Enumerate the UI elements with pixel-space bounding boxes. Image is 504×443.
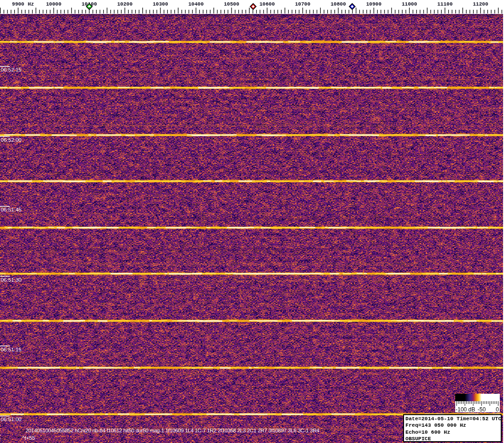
svg-text:10800: 10800	[331, 1, 346, 7]
svg-text:10700: 10700	[295, 1, 310, 7]
svg-text:10400: 10400	[188, 1, 204, 7]
svg-text:9900: 9900	[12, 1, 24, 7]
svg-text:Hz: Hz	[28, 1, 34, 7]
svg-text:Date=2014-05-10 Time=04:52 UTC: Date=2014-05-10 Time=04:52 UTC	[405, 416, 501, 422]
svg-text:10000: 10000	[46, 1, 61, 7]
svg-text:06:51:45: 06:51:45	[1, 207, 22, 212]
svg-text:Freq=143 050 000 Hz: Freq=143 050 000 Hz	[405, 423, 466, 428]
svg-text:10600: 10600	[259, 1, 275, 7]
svg-text:06:52:00: 06:52:00	[1, 137, 22, 143]
svg-text:20140510045055852 hCnt20 nb-84: 20140510045055852 hCnt20 nb-84 f10612 hi…	[26, 428, 320, 433]
svg-text:(: (	[0, 434, 1, 439]
svg-text:0: 0	[496, 406, 499, 412]
svg-text:10300: 10300	[153, 1, 168, 7]
svg-text:10200: 10200	[117, 1, 133, 7]
svg-text:06:51:15: 06:51:15	[1, 347, 22, 352]
svg-text:-50: -50	[477, 406, 486, 412]
svg-text:^t+55: ^t+55	[22, 435, 35, 441]
svg-text:-100 dB: -100 dB	[456, 406, 475, 412]
svg-text:06:51:30: 06:51:30	[1, 277, 22, 283]
svg-text:10900: 10900	[366, 1, 381, 7]
svg-text:06:51:00: 06:51:00	[1, 417, 22, 422]
svg-text:Echo=10 600 Hz: Echo=10 600 Hz	[405, 430, 450, 435]
svg-text:11200: 11200	[473, 1, 488, 7]
svg-text:10500: 10500	[224, 1, 239, 7]
svg-text:OBSUPICE: OBSUPICE	[405, 436, 431, 441]
svg-text:06:52:15: 06:52:15	[1, 67, 22, 73]
svg-text:11100: 11100	[437, 1, 452, 7]
svg-text:11000: 11000	[402, 1, 417, 7]
